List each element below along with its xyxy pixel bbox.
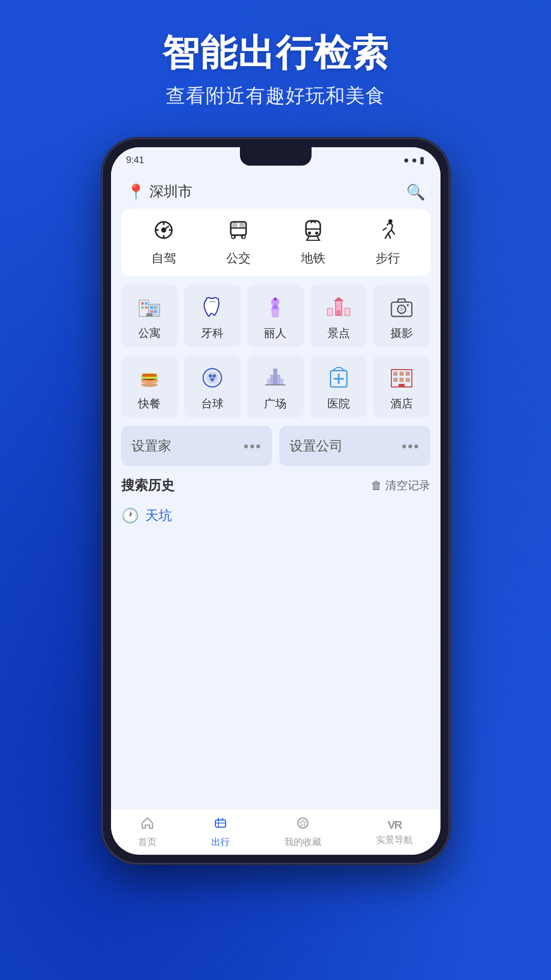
svg-rect-72 — [399, 384, 405, 387]
category-grid-row1: 公寓 牙科 — [121, 285, 430, 347]
status-time: 9:41 — [126, 155, 144, 166]
transport-item-bus[interactable]: 公交 — [226, 219, 251, 266]
bus-label: 公交 — [226, 250, 251, 266]
search-icon[interactable]: 🔍 — [406, 183, 425, 201]
search-bar[interactable]: 📍 深圳市 🔍 — [121, 173, 430, 209]
svg-rect-9 — [232, 223, 237, 227]
bus-icon — [228, 219, 249, 245]
set-home-label: 设置家 — [131, 437, 171, 455]
billiard-icon — [198, 363, 227, 392]
location-pin-icon: 📍 — [126, 183, 145, 201]
bottom-nav: 首页 出行 — [111, 809, 440, 855]
svg-rect-71 — [406, 378, 410, 382]
category-hospital[interactable]: 医院 — [310, 355, 367, 418]
hotel-label: 酒店 — [390, 396, 413, 412]
nav-vr[interactable]: VR 实景导航 — [376, 818, 413, 846]
svg-rect-25 — [141, 306, 144, 309]
phone-notch — [240, 147, 312, 166]
history-item-text: 天坑 — [145, 507, 172, 525]
svg-rect-69 — [393, 378, 398, 382]
home-nav-icon — [140, 816, 155, 834]
history-item[interactable]: 🕐 天坑 — [121, 503, 430, 529]
vr-nav-icon: VR — [388, 818, 402, 832]
nav-favorites[interactable]: 我的收藏 — [284, 816, 321, 848]
apartment-label: 公寓 — [138, 326, 161, 341]
dental-icon — [198, 293, 227, 322]
svg-rect-10 — [239, 223, 245, 227]
nav-vr-label: 实景导航 — [376, 834, 413, 846]
svg-rect-56 — [273, 369, 277, 385]
photo-icon — [387, 293, 416, 322]
svg-rect-30 — [154, 310, 157, 313]
category-photo[interactable]: 摄影 — [373, 285, 430, 347]
sub-title: 查看附近有趣好玩和美食 — [0, 83, 551, 109]
set-home-dots: ••• — [244, 438, 261, 454]
svg-rect-70 — [400, 378, 404, 382]
fastfood-label: 快餐 — [138, 396, 161, 412]
set-buttons: 设置家 ••• 设置公司 ••• — [121, 426, 430, 466]
drive-label: 自驾 — [151, 250, 176, 266]
svg-rect-39 — [345, 308, 350, 315]
transport-card: 自驾 — [121, 209, 430, 277]
nav-home-label: 首页 — [138, 836, 157, 848]
svg-point-44 — [141, 383, 158, 387]
svg-rect-59 — [267, 379, 270, 385]
set-home-button[interactable]: 设置家 ••• — [121, 426, 272, 466]
history-title: 搜索历史 — [121, 476, 174, 494]
header-section: 智能出行检索 查看附近有趣好玩和美食 — [0, 31, 551, 109]
attraction-label: 景点 — [327, 326, 350, 341]
svg-point-42 — [400, 307, 404, 311]
category-fastfood[interactable]: 快餐 — [121, 355, 178, 418]
beauty-label: 丽人 — [264, 326, 286, 341]
set-company-dots: ••• — [402, 438, 420, 454]
svg-point-53 — [209, 374, 212, 377]
category-attraction[interactable]: 景点 — [310, 285, 367, 347]
svg-rect-28 — [154, 306, 157, 309]
svg-marker-79 — [299, 819, 307, 827]
phone-screen: 9:41 ● ● ▮ 📍 深圳市 🔍 — [111, 147, 440, 855]
category-apartment[interactable]: 公寓 — [121, 285, 178, 347]
clear-history-button[interactable]: 🗑 清空记录 — [371, 478, 430, 493]
subway-label: 地铁 — [301, 250, 325, 266]
nav-travel-label: 出行 — [211, 836, 230, 848]
svg-point-20 — [388, 219, 392, 223]
transport-item-walk[interactable]: 步行 — [376, 219, 400, 266]
svg-rect-67 — [400, 372, 404, 376]
svg-rect-26 — [145, 306, 147, 309]
hospital-label: 医院 — [327, 396, 350, 412]
svg-rect-24 — [145, 302, 147, 305]
travel-nav-icon — [213, 816, 228, 834]
category-hotel[interactable]: 酒店 — [373, 355, 430, 418]
walk-label: 步行 — [376, 250, 400, 266]
svg-rect-29 — [150, 310, 153, 313]
svg-marker-36 — [334, 297, 344, 301]
nav-home[interactable]: 首页 — [138, 816, 157, 848]
walk-icon — [378, 219, 398, 245]
category-dental[interactable]: 牙科 — [184, 285, 241, 347]
category-grid-row2: 快餐 — [121, 355, 430, 418]
fastfood-icon — [135, 363, 164, 392]
svg-rect-38 — [327, 308, 333, 315]
attraction-icon — [324, 293, 353, 322]
set-company-button[interactable]: 设置公司 ••• — [279, 426, 430, 466]
phone-frame: 9:41 ● ● ▮ 📍 深圳市 🔍 — [102, 138, 450, 864]
svg-point-43 — [407, 304, 409, 306]
apartment-icon — [135, 293, 164, 322]
nav-travel[interactable]: 出行 — [211, 816, 230, 848]
trash-icon: 🗑 — [371, 479, 382, 492]
svg-point-18 — [315, 232, 318, 235]
billiard-label: 台球 — [201, 396, 224, 412]
category-billiard[interactable]: 台球 — [184, 355, 241, 418]
search-location: 📍 深圳市 — [126, 182, 192, 201]
screen-content: 📍 深圳市 🔍 — [111, 173, 440, 809]
svg-point-17 — [308, 232, 311, 235]
subway-icon — [302, 219, 324, 245]
history-header: 搜索历史 🗑 清空记录 — [121, 476, 430, 494]
category-beauty[interactable]: 丽人 — [247, 285, 304, 347]
svg-rect-23 — [141, 302, 144, 305]
category-plaza[interactable]: 广场 — [247, 355, 304, 418]
nav-favorites-label: 我的收藏 — [284, 836, 321, 848]
svg-rect-66 — [393, 372, 398, 376]
transport-item-subway[interactable]: 地铁 — [301, 219, 325, 266]
transport-item-drive[interactable]: 自驾 — [151, 219, 176, 266]
